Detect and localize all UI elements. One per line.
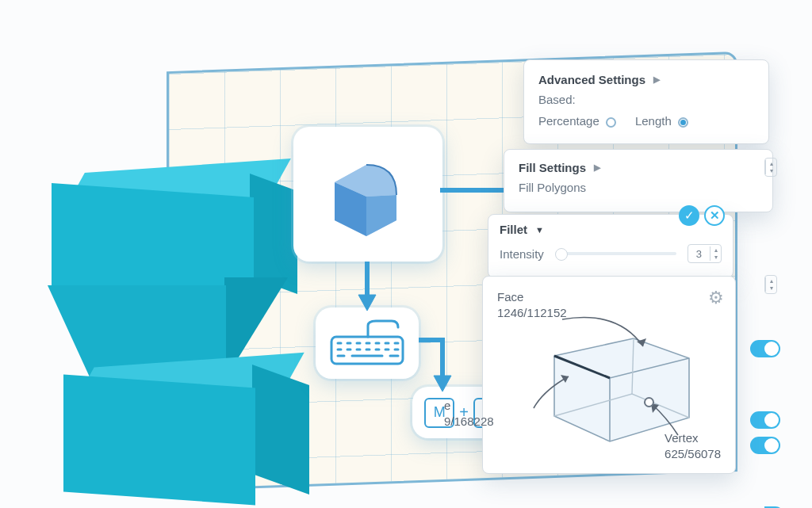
- preview-panel: ⚙ Face1246/112152 Vertex625/56078: [482, 276, 736, 474]
- confirm-button[interactable]: ✓: [679, 205, 699, 226]
- fill-polygons-label: Fill Polygons: [519, 181, 758, 194]
- advanced-settings-header[interactable]: Advanced Settings: [538, 73, 754, 86]
- radio-on-icon: [678, 117, 688, 128]
- intensity-stepper[interactable]: 3▴▾: [688, 244, 722, 263]
- svg-marker-22: [434, 376, 451, 392]
- toggle-2[interactable]: [750, 411, 780, 429]
- keyboard-card: [316, 307, 419, 379]
- close-button[interactable]: ✕: [704, 205, 725, 226]
- toggle-3[interactable]: [750, 437, 780, 454]
- vertex-dot-icon: [644, 397, 654, 407]
- edge-label: e9/168228: [444, 398, 494, 430]
- arrow-elbow: [416, 338, 464, 392]
- stepper-1[interactable]: ▴▾: [764, 158, 777, 177]
- sculpt-object: [48, 159, 309, 499]
- gear-icon[interactable]: ⚙: [708, 288, 724, 308]
- fill-settings-header[interactable]: Fill Settings: [519, 161, 758, 174]
- based-label: Based:: [538, 93, 754, 106]
- percentage-option[interactable]: Percentage: [538, 114, 616, 128]
- wireframe-box-icon: [530, 315, 709, 449]
- fill-polygons-toggle[interactable]: [750, 340, 780, 357]
- fill-settings-panel: Fill Settings Fill Polygons ▴▾ ▴▾: [504, 149, 773, 212]
- keyboard-icon: [330, 319, 405, 367]
- fillet-cube-icon: [320, 151, 416, 238]
- arrow-down-1: [355, 262, 379, 311]
- radio-icon: [606, 117, 616, 128]
- advanced-settings-panel: Advanced Settings Based: Percentage Leng…: [523, 59, 769, 144]
- svg-marker-21: [358, 295, 376, 311]
- intensity-slider[interactable]: [555, 252, 676, 255]
- svg-marker-23: [554, 338, 689, 441]
- stepper-2[interactable]: ▴▾: [764, 275, 777, 294]
- length-option[interactable]: Length: [635, 114, 688, 128]
- intensity-label: Intensity: [500, 247, 544, 261]
- fillet-tool-card[interactable]: [293, 127, 442, 262]
- fillet-panel: ✓ ✕ Fillet Intensity 3▴▾: [488, 214, 733, 278]
